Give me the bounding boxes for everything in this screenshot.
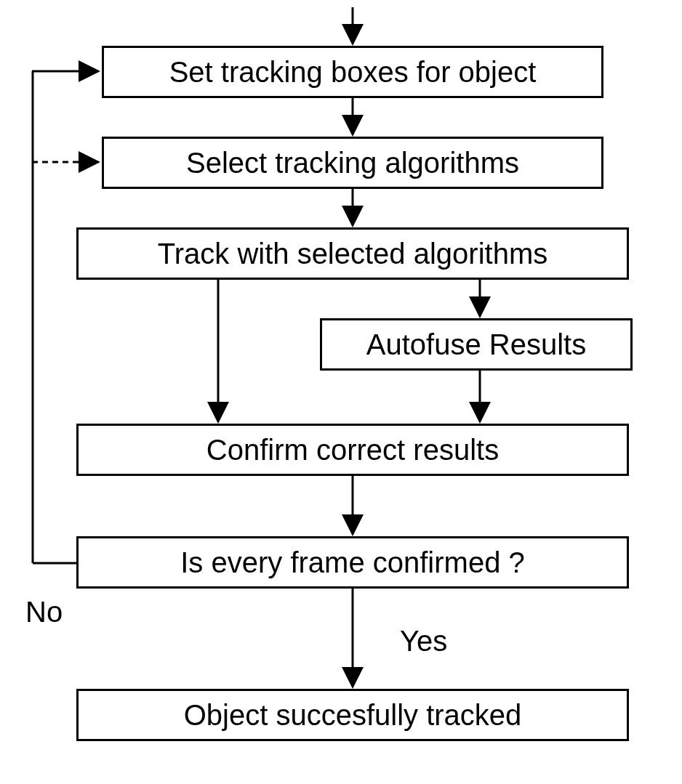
node-label: Select tracking algorithms [186, 147, 519, 179]
edge-label-no: No [25, 596, 63, 629]
node-label: Object succesfully tracked [184, 699, 522, 732]
node-select-algorithms: Select tracking algorithms [102, 137, 603, 189]
node-label: Is every frame confirmed ? [180, 546, 525, 579]
node-label: Track with selected algorithms [158, 238, 547, 270]
node-label: Confirm correct results [206, 434, 499, 466]
node-label: Autofuse Results [366, 328, 586, 361]
node-confirm: Confirm correct results [76, 424, 629, 476]
connector-lines [0, 0, 682, 784]
node-decision: Is every frame confirmed ? [76, 536, 629, 589]
node-label: Set tracking boxes for object [169, 56, 537, 89]
node-track: Track with selected algorithms [76, 227, 629, 280]
node-set-tracking-boxes: Set tracking boxes for object [102, 46, 603, 98]
node-success: Object succesfully tracked [76, 689, 629, 741]
edge-label-yes: Yes [400, 625, 447, 658]
node-autofuse: Autofuse Results [320, 318, 633, 371]
flowchart-container: Set tracking boxes for object Select tra… [0, 0, 682, 784]
